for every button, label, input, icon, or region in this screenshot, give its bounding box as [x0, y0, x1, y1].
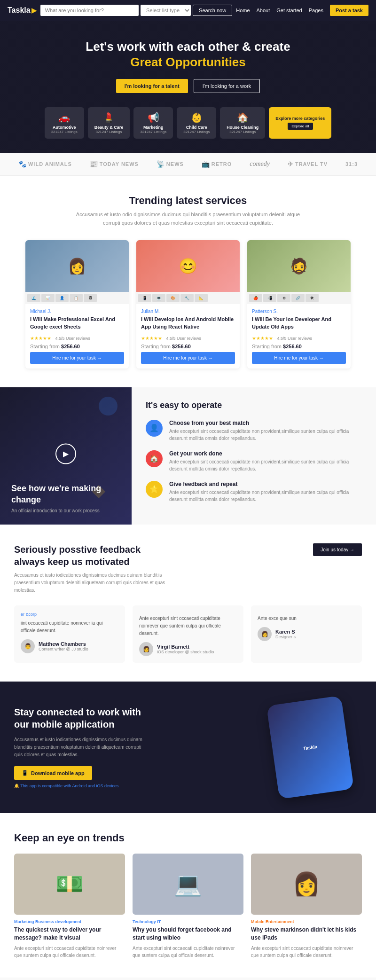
- hire-button-2[interactable]: Hire me for your task →: [252, 352, 346, 364]
- news-icon: 📰: [90, 160, 98, 168]
- trend-card-0[interactable]: 💵 Marketing Business development The qui…: [14, 854, 125, 959]
- thumb: 💻: [152, 294, 165, 302]
- trend-title-0: The quickest way to deliver your message…: [14, 926, 125, 942]
- talent-button[interactable]: I'm looking for a talent: [116, 79, 188, 93]
- how-step-0-title: Choose from your best match: [169, 420, 362, 426]
- trend-title-2: Why steve markinson didn't let his kids …: [251, 926, 362, 942]
- brands-section: 🐾 WILD ANIMALS 📰 TODAY NEWS 📡 NEWS 📺 RET…: [0, 153, 376, 176]
- nav-pages[interactable]: Pages: [309, 8, 323, 13]
- explore-all-button[interactable]: Explore all: [288, 123, 313, 130]
- thumb: 📐: [195, 294, 208, 302]
- cat-cleaning-name: House Cleaning: [227, 125, 258, 130]
- trend-category-2: Mobile Entertainment: [251, 919, 362, 924]
- app-desc: Accusamus et iusto iodicationes dignissi…: [14, 736, 146, 759]
- app-compat: 🔔 This app is compatible with Android an…: [14, 784, 244, 788]
- post-task-button[interactable]: Post a task: [330, 5, 368, 16]
- select-type[interactable]: Select list type: [141, 5, 191, 16]
- brand-retro: 📺 RETRO: [202, 160, 232, 168]
- stars-1: ★★★★★: [141, 336, 162, 341]
- testimonial-2: Ante exce que sun 👩 Karen S Designer s: [251, 605, 362, 663]
- travel-icon: ✈: [288, 160, 294, 168]
- app-section: Stay connected to work with our mobile a…: [0, 682, 376, 813]
- test-author-info-2: Karen S Designer s: [275, 629, 296, 639]
- rating-text-2: 4.5/5 User reviews: [277, 336, 312, 341]
- cat-automotive[interactable]: 🚗 Automotive 321247 Listings: [45, 107, 84, 139]
- stars-2: ★★★★★: [252, 336, 273, 341]
- service-title-1: I Will Develop Ios And Android Mobile Ap…: [141, 316, 235, 330]
- cat-marketing[interactable]: 📢 Marketing 321247 Listings: [133, 107, 173, 139]
- trend-img-1: 💻: [133, 854, 243, 915]
- search-input[interactable]: [40, 5, 139, 16]
- app-title: Stay connected to work with our mobile a…: [14, 706, 146, 730]
- thumb: 🎨: [166, 294, 180, 302]
- hero-section: Let's work with each other & create Grea…: [0, 21, 376, 153]
- test-author-info-0: Matthew Chambers Content writer @ JJ stu…: [39, 641, 88, 651]
- download-button[interactable]: 📱 Download mobile app: [14, 766, 92, 780]
- feedback-desc: Accusamus et iusto iodicationes dignissi…: [14, 572, 174, 594]
- service-author-2: Patterson S.: [252, 309, 346, 314]
- cat-cleaning[interactable]: 🏠 House Cleaning 321247 Listings: [220, 107, 265, 139]
- hire-button-0[interactable]: Hire me for your task →: [30, 352, 124, 364]
- test-position-2: Designer s: [275, 635, 296, 639]
- search-bar: Select list type Search now: [40, 5, 233, 16]
- category-cards: 🚗 Automotive 321247 Listings 💄 Beauty & …: [9, 107, 367, 139]
- how-video-title: See how we're making change: [11, 483, 120, 505]
- thumb: 📱: [138, 294, 151, 302]
- test-role-0: er &corp: [21, 612, 118, 617]
- service-rating-0: ★★★★★ 4.5/5 User reviews: [30, 333, 124, 342]
- test-name-0: Matthew Chambers: [39, 641, 88, 647]
- explore-more-card[interactable]: Explore more categories Explore all: [269, 107, 331, 139]
- thumb: 🔗: [291, 294, 305, 302]
- nav-about[interactable]: About: [257, 8, 270, 13]
- cat-childcare[interactable]: 👶 Child Care 321247 Listings: [177, 107, 216, 139]
- trend-card-1[interactable]: 💻 Technology IT Why you should forget fa…: [133, 854, 243, 959]
- thumb: 📲: [263, 294, 276, 302]
- hero-buttons: I'm looking for a talent I'm looking for…: [9, 79, 367, 93]
- thumb: 🍎: [249, 294, 262, 302]
- brand-travel-tv: ✈ TRAVEL TV: [288, 160, 328, 168]
- choose-icon: 👤: [146, 420, 163, 437]
- marketing-icon: 📢: [140, 112, 166, 123]
- how-step-1-desc: Ante excepturi sint occaecati cupiditate…: [169, 458, 362, 472]
- service-price-0: Starting from $256.60: [30, 344, 124, 349]
- play-button[interactable]: ▶: [55, 444, 76, 464]
- test-name-1: Virgil Barnett: [157, 644, 214, 650]
- nav-getstarted[interactable]: Get started: [276, 8, 302, 13]
- trend-card-2[interactable]: 👩 Mobile Entertainment Why steve markins…: [251, 854, 362, 959]
- brand-wild-animals: 🐾 WILD ANIMALS: [18, 160, 72, 168]
- test-author-1: 👩 Virgil Barnett iOS developer @ shock s…: [139, 642, 237, 656]
- how-step-2: ⭐ Give feedback and repeat Ante exceptur…: [146, 481, 362, 503]
- download-icon: 📱: [22, 770, 28, 776]
- logo-text: Taskla: [8, 6, 31, 15]
- work-button[interactable]: I'm looking for a work: [194, 79, 260, 93]
- search-button[interactable]: Search now: [193, 5, 232, 16]
- navbar: Taskla▶ Select list type Search now Home…: [0, 0, 376, 21]
- trend-desc-1: Ante excepturi sint occaecati cupiditate…: [133, 945, 243, 959]
- beauty-icon: 💄: [94, 112, 124, 123]
- car-icon: 🚗: [51, 112, 78, 123]
- test-author-0: 👨 Matthew Chambers Content writer @ JJ s…: [21, 639, 118, 653]
- nav-home[interactable]: Home: [236, 8, 250, 13]
- deco-circle: [99, 397, 118, 416]
- cat-childcare-name: Child Care: [183, 125, 210, 130]
- testimonials: er &corp iint occaecati cupiditate nonne…: [14, 605, 362, 663]
- service-rating-1: ★★★★★ 4.5/5 User reviews: [141, 333, 235, 342]
- join-button[interactable]: Join us today →: [313, 543, 362, 556]
- cat-beauty-name: Beauty & Care: [94, 125, 124, 130]
- test-position-0: Content writer @ JJ studio: [39, 647, 88, 651]
- cat-beauty[interactable]: 💄 Beauty & Care 321247 Listings: [88, 107, 130, 139]
- rating-text-0: 4.5/5 User reviews: [55, 336, 90, 341]
- price-value-2: $256.60: [283, 344, 302, 349]
- service-thumbs-2: 🍎 📲 ⚙ 🔗 🛠: [247, 292, 351, 304]
- feedback-icon: ⭐: [146, 481, 163, 498]
- how-step-0-desc: Ante excepturi sint occaecati cupiditate…: [169, 428, 362, 442]
- signal-icon: 📡: [157, 160, 165, 168]
- test-text-0: iint occaecati cupiditate nonnever ia qu…: [21, 619, 118, 635]
- logo[interactable]: Taskla▶: [8, 6, 37, 15]
- service-img-2: 🧔: [247, 240, 351, 292]
- trend-category-1: Technology IT: [133, 919, 243, 924]
- how-title: It's easy to operate: [146, 400, 362, 410]
- test-text-2: Ante exce que sun: [258, 615, 355, 622]
- phone-mockup: Taskla: [266, 696, 354, 799]
- hire-button-1[interactable]: Hire me for your task →: [141, 352, 235, 364]
